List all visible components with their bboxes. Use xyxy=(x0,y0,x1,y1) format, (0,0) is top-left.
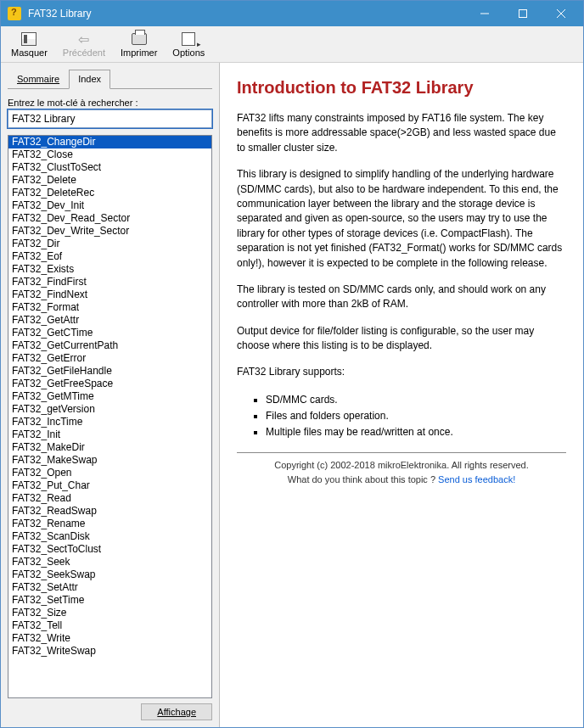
svg-rect-1 xyxy=(519,10,526,18)
back-arrow-icon: ⇦ xyxy=(78,31,89,48)
toolbar: Masquer ⇦ Précédent Imprimer Options xyxy=(1,26,583,63)
list-item[interactable]: FAT32_GetMTime xyxy=(8,390,211,403)
list-item[interactable]: FAT32_Size xyxy=(8,607,211,619)
list-item[interactable]: FAT32_SetTime xyxy=(8,594,211,607)
copyright-text: Copyright (c) 2002-2018 mikroElektronika… xyxy=(274,460,529,470)
print-button[interactable]: Imprimer xyxy=(115,29,162,59)
feedback-prompt: What do you think about this topic ? xyxy=(288,474,438,484)
list-item[interactable]: FAT32_Dev_Init xyxy=(8,199,211,212)
list-item[interactable]: FAT32_Delete xyxy=(8,174,211,187)
paragraph: FAT32 lifts many constraints imposed by … xyxy=(237,111,566,155)
paragraph: The library is tested on SD/MMC cards on… xyxy=(237,283,566,312)
list-item[interactable]: FAT32_GetFreeSpace xyxy=(8,378,211,390)
tab-index[interactable]: Index xyxy=(69,70,110,89)
list-item[interactable]: FAT32_ClustToSect xyxy=(8,161,211,174)
close-button[interactable] xyxy=(542,2,580,25)
divider xyxy=(237,452,566,453)
list-item[interactable]: FAT32_Format xyxy=(8,301,211,314)
maximize-button[interactable] xyxy=(503,2,542,25)
list-item: SD/MMC cards. xyxy=(266,392,566,408)
list-item[interactable]: FAT32_MakeSwap xyxy=(8,454,211,467)
list-item[interactable]: FAT32_Init xyxy=(8,428,211,441)
list-item[interactable]: FAT32_Dev_Write_Sector xyxy=(8,225,211,238)
tab-summary[interactable]: Sommaire xyxy=(8,70,69,88)
list-item[interactable]: FAT32_ScanDisk xyxy=(8,530,211,543)
keyword-input[interactable] xyxy=(8,109,212,128)
options-button[interactable]: Options xyxy=(167,29,210,59)
list-item[interactable]: FAT32_SeekSwap xyxy=(8,568,211,581)
list-item[interactable]: FAT32_GetCurrentPath xyxy=(8,339,211,352)
list-item: Files and folders operation. xyxy=(266,408,566,424)
list-item[interactable]: FAT32_Seek xyxy=(8,556,211,568)
list-item[interactable]: FAT32_Write xyxy=(8,632,211,645)
paragraph: FAT32 Library supports: xyxy=(237,365,566,379)
title-bar: FAT32 Library xyxy=(1,1,583,26)
list-item[interactable]: FAT32_Read xyxy=(8,492,211,505)
list-item[interactable]: FAT32_GetError xyxy=(8,352,211,365)
list-item[interactable]: FAT32_Eof xyxy=(8,250,211,263)
content-pane: Introduction to FAT32 Library FAT32 lift… xyxy=(220,63,583,727)
list-item[interactable]: FAT32_Open xyxy=(8,467,211,479)
list-item[interactable]: FAT32_FindNext xyxy=(8,288,211,301)
paragraph: This library is designed to simplify han… xyxy=(237,167,566,271)
list-item[interactable]: FAT32_ChangeDir xyxy=(8,136,211,148)
list-item[interactable]: FAT32_MakeDir xyxy=(8,441,211,454)
list-item[interactable]: FAT32_WriteSwap xyxy=(8,645,211,658)
list-item[interactable]: FAT32_Dir xyxy=(8,238,211,250)
list-item[interactable]: FAT32_Rename xyxy=(8,518,211,530)
list-item[interactable]: FAT32_Exists xyxy=(8,263,211,276)
list-item[interactable]: FAT32_GetAttr xyxy=(8,314,211,327)
hide-button[interactable]: Masquer xyxy=(6,29,53,59)
list-item[interactable]: FAT32_IncTime xyxy=(8,416,211,428)
minimize-button[interactable] xyxy=(465,2,503,25)
app-icon xyxy=(8,7,21,20)
list-item[interactable]: FAT32_Dev_Read_Sector xyxy=(8,212,211,225)
list-item[interactable]: FAT32_Close xyxy=(8,148,211,161)
feature-list: SD/MMC cards.Files and folders operation… xyxy=(266,392,566,441)
list-item[interactable]: FAT32_getVersion xyxy=(8,403,211,416)
list-item[interactable]: FAT32_GetFileHandle xyxy=(8,365,211,378)
options-icon xyxy=(182,32,195,46)
list-item[interactable]: FAT32_SetAttr xyxy=(8,581,211,594)
list-item[interactable]: FAT32_SectToClust xyxy=(8,543,211,556)
printer-icon xyxy=(132,33,147,45)
list-item[interactable]: FAT32_ReadSwap xyxy=(8,505,211,518)
list-item[interactable]: FAT32_FindFirst xyxy=(8,276,211,288)
hide-icon xyxy=(21,32,36,46)
list-item[interactable]: FAT32_DeleteRec xyxy=(8,187,211,199)
back-button: ⇦ Précédent xyxy=(58,29,110,59)
window-title: FAT32 Library xyxy=(28,8,465,20)
navigation-pane: Sommaire Index Entrez le mot-clé à reche… xyxy=(1,63,220,727)
list-item[interactable]: FAT32_Put_Char xyxy=(8,479,211,492)
tab-strip: Sommaire Index xyxy=(8,70,212,89)
display-button[interactable]: Affichage xyxy=(141,703,212,720)
list-item: Multiple files may be read/written at on… xyxy=(266,424,566,440)
list-item[interactable]: FAT32_GetCTime xyxy=(8,327,211,339)
footer: Copyright (c) 2002-2018 mikroElektronika… xyxy=(237,458,566,486)
page-title: Introduction to FAT32 Library xyxy=(237,78,566,98)
feedback-link[interactable]: Send us feedback! xyxy=(438,474,515,484)
list-item[interactable]: FAT32_Tell xyxy=(8,619,211,632)
index-listbox[interactable]: FAT32_ChangeDirFAT32_CloseFAT32_ClustToS… xyxy=(8,135,212,698)
paragraph: Output device for file/folder listing is… xyxy=(237,324,566,354)
search-label: Entrez le mot-clé à rechercher : xyxy=(8,98,212,108)
